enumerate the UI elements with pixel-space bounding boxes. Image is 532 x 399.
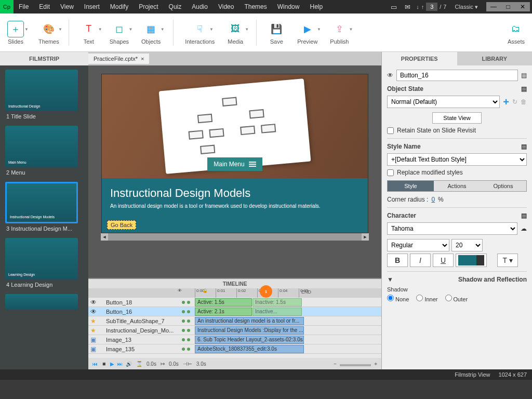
slide-thumb-5[interactable]	[5, 294, 83, 310]
size-select[interactable]: 20	[451, 239, 483, 251]
visibility-icon[interactable]: 👁	[387, 72, 393, 79]
timeline-row[interactable]: 👁Button_16Active: 2.1sInactive...	[88, 307, 381, 316]
retain-checkbox[interactable]	[387, 127, 394, 134]
horizontal-scrollbar[interactable]: ◄►	[101, 233, 369, 241]
menu-icon[interactable]: ▤	[521, 72, 527, 79]
maximize-button[interactable]: □	[501, 2, 515, 11]
font-select[interactable]: Tahoma	[387, 222, 517, 235]
layout-icon[interactable]: ▭	[389, 2, 398, 11]
mail-icon[interactable]: ✉	[403, 2, 412, 11]
shapes-button[interactable]: ◻▼Shapes	[107, 20, 132, 46]
tab-actions[interactable]: Actions	[434, 181, 480, 191]
slide-canvas[interactable]: Main Menu Instructional Design Models An…	[101, 74, 368, 233]
timeline-row[interactable]: ★Instructional_Design_Mo...Instructional…	[88, 326, 381, 335]
minimize-button[interactable]: —	[486, 2, 501, 11]
menu-insert[interactable]: Insert	[79, 1, 105, 13]
underline-button[interactable]: U	[433, 254, 454, 267]
menu-view[interactable]: View	[55, 1, 79, 13]
weight-select[interactable]: Regular	[387, 239, 449, 251]
timeline-row[interactable]: ▣Image_135AdobeStock_180837355_edit:3.0s	[88, 344, 381, 354]
main-menu-button[interactable]: Main Menu	[207, 157, 262, 171]
timeline-row[interactable]: 👁Button_18Active: 1.5sInactive: 1.5s	[88, 298, 381, 307]
timeline-ruler[interactable]: 👁 🔒 0:000:010:020:030:040:05 END 1	[88, 288, 381, 298]
lock-column-icon[interactable]: 🔒	[202, 288, 222, 293]
radio-none[interactable]	[387, 295, 394, 301]
menu-video[interactable]: Video	[213, 1, 239, 13]
goback-button[interactable]: Go Back	[107, 220, 136, 230]
interactions-button[interactable]: ☟▼Interactions	[182, 20, 218, 46]
menu-audio[interactable]: Audio	[187, 1, 213, 13]
filmstrip-title: FILMSTRIP	[0, 52, 88, 65]
menu-file[interactable]: File	[14, 1, 34, 13]
next-page-icon[interactable]: ↑	[421, 4, 424, 10]
cloud-icon[interactable]: ☁	[521, 225, 527, 232]
slide-thumb-2[interactable]: Main Menu 2 Menu	[5, 126, 83, 178]
replace-checkbox[interactable]	[387, 169, 394, 176]
delete-icon[interactable]: 🗑	[521, 98, 527, 105]
visibility-column-icon[interactable]: 👁	[177, 288, 197, 293]
timeline-title: TIMELINE	[88, 279, 381, 288]
tab-properties[interactable]: PROPERTIES	[382, 52, 457, 65]
slide-thumb-4[interactable]: Learning Design 4 Learning Design	[5, 238, 83, 290]
stop-icon[interactable]: ◾	[101, 361, 107, 367]
zoom-in-icon[interactable]: +	[374, 361, 377, 367]
state-view-button[interactable]: State View	[432, 112, 481, 124]
close-tab-icon[interactable]: ×	[141, 56, 144, 62]
slide-thumb-1[interactable]: Instructional Design 1 Title Slide	[5, 70, 83, 122]
workspace-dropdown[interactable]: Classic ▾	[450, 3, 482, 11]
menu-modify[interactable]: Modify	[105, 1, 134, 13]
timeline-marker[interactable]: 1	[260, 285, 272, 298]
state-select[interactable]: Normal (Default)	[387, 96, 500, 108]
document-tab[interactable]: PracticeFile.cptx*×	[88, 54, 149, 64]
reset-icon[interactable]: ↻	[512, 98, 517, 105]
status-bar: Filmstrip View 1024 x 627	[0, 369, 532, 380]
current-page[interactable]: 3	[426, 3, 437, 11]
radio-inner[interactable]	[416, 295, 423, 301]
zoom-out-icon[interactable]: −	[334, 361, 337, 367]
object-name-input[interactable]	[396, 70, 518, 81]
text-dropdown[interactable]: T ▾	[497, 254, 518, 267]
app-logo: Cp	[0, 0, 14, 14]
add-state-icon[interactable]: +	[503, 96, 509, 108]
corner-value[interactable]: 0	[431, 196, 435, 203]
close-button[interactable]: ✕	[515, 2, 530, 11]
menu-window[interactable]: Window	[272, 1, 305, 13]
forward-icon[interactable]: ⏭	[117, 361, 123, 367]
timeline-row[interactable]: ★SubTitle_AutoShape_7An instructional de…	[88, 316, 381, 326]
themes-button[interactable]: 🎨▼Themes	[35, 20, 62, 46]
slide-title: Instructional Design Models	[110, 187, 360, 200]
menu-project[interactable]: Project	[134, 1, 163, 13]
menu-edit[interactable]: Edit	[34, 1, 55, 13]
slide-thumb-3[interactable]: Instructional Design Models 3 Instructio…	[5, 182, 83, 234]
tab-library[interactable]: LIBRARY	[457, 52, 533, 65]
play-icon[interactable]: ▶	[110, 361, 114, 367]
objects-button[interactable]: ▦▼Objects	[138, 20, 164, 46]
preview-button[interactable]: ▶▼Preview	[294, 20, 321, 46]
menu-help[interactable]: Help	[304, 1, 328, 13]
hourglass-icon: ⌛	[136, 361, 142, 367]
tab-options[interactable]: Options	[480, 181, 526, 191]
style-name-label: Style Name	[387, 143, 421, 150]
save-button[interactable]: 💾Save	[265, 20, 288, 46]
menu-themes[interactable]: Themes	[239, 1, 272, 13]
publish-button[interactable]: ⇪▼Publish	[327, 20, 352, 46]
status-dimensions: 1024 x 627	[499, 371, 527, 378]
shadow-section-label: Shadow and Reflection	[458, 276, 527, 283]
rewind-icon[interactable]: ⏮	[92, 361, 98, 367]
menu-quiz[interactable]: Quiz	[164, 1, 187, 13]
prev-page-icon[interactable]: ↓	[416, 4, 419, 10]
italic-button[interactable]: I	[410, 254, 431, 267]
titlebar: Cp File Edit View Insert Modify Project …	[0, 0, 532, 14]
timeline-row[interactable]: ▣Image_136. Sub Topic Header Layout_2-as…	[88, 335, 381, 344]
color-picker[interactable]	[456, 254, 487, 267]
assets-button[interactable]: 🗂Assets	[504, 20, 528, 46]
radio-outer[interactable]	[445, 295, 452, 301]
text-button[interactable]: T▼Text	[77, 20, 100, 46]
style-select[interactable]: +[Default Text Button Style]	[387, 153, 527, 166]
timeline-controls: ⏮ ◾ ▶ ⏭ 🔊 ⌛0.0s ↦0.0s ⊣⊢3.0s − +	[88, 358, 381, 369]
slides-button[interactable]: ＋▼Slides	[4, 20, 27, 46]
bold-button[interactable]: B	[387, 254, 408, 267]
media-button[interactable]: 🖼▼Media	[224, 20, 247, 46]
audio-icon[interactable]: 🔊	[126, 361, 132, 367]
tab-style[interactable]: Style	[388, 181, 434, 191]
